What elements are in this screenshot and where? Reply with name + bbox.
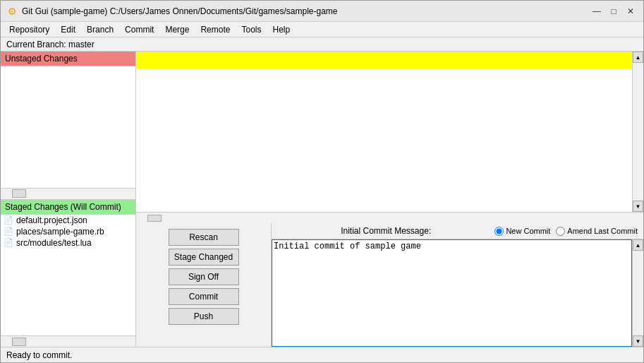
menu-tools[interactable]: Tools [236, 23, 267, 36]
title-bar: ⚙ Git Gui (sample-game) C:/Users/James O… [1, 1, 643, 22]
commit-scroll-up[interactable]: ▲ [633, 239, 643, 251]
unstaged-section: Unstaged Changes [1, 52, 135, 199]
radio-amend-commit-input[interactable] [556, 227, 565, 236]
unstaged-hscrollbar[interactable] [1, 188, 135, 199]
file-icon: 📄 [4, 238, 13, 247]
menu-repository[interactable]: Repository [4, 23, 55, 36]
branch-bar: Current Branch: master [1, 37, 643, 52]
file-name: places/sample-game.rb [16, 227, 104, 237]
unstaged-file-list[interactable] [1, 66, 135, 188]
menu-help[interactable]: Help [267, 23, 296, 36]
left-panel: Unstaged Changes Staged Changes (Will Co… [1, 52, 136, 347]
scroll-track [633, 63, 643, 201]
unstaged-header: Unstaged Changes [1, 52, 135, 66]
file-name: src/modules/test.lua [16, 238, 92, 248]
branch-label: Current Branch: [6, 40, 66, 49]
rescan-button[interactable]: Rescan [169, 229, 239, 246]
scroll-down-arrow[interactable]: ▼ [633, 201, 643, 212]
list-item[interactable]: 📄 default.project.json [1, 215, 135, 226]
status-text: Ready to commit. [6, 350, 72, 360]
bottom-section: Rescan Stage Changed Sign Off Commit Pus… [136, 223, 643, 347]
close-button[interactable]: ✕ [624, 4, 638, 18]
staged-header: Staged Changes (Will Commit) [1, 200, 135, 215]
commit-vscrollbar[interactable]: ▲ ▼ [632, 239, 643, 347]
diff-hscrollbar[interactable] [136, 212, 643, 223]
minimize-button[interactable]: — [590, 4, 604, 18]
push-button[interactable]: Push [169, 308, 239, 325]
commit-area: Initial Commit Message: New Commit Amend… [272, 223, 643, 347]
radio-new-commit-label: New Commit [506, 227, 550, 235]
status-bar: Ready to commit. [1, 347, 643, 362]
menu-bar: Repository Edit Branch Commit Merge Remo… [1, 22, 643, 37]
list-item[interactable]: 📄 src/modules/test.lua [1, 237, 135, 249]
action-buttons-panel: Rescan Stage Changed Sign Off Commit Pus… [136, 223, 272, 347]
commit-header: Initial Commit Message: New Commit Amend… [272, 223, 643, 239]
sign-off-button[interactable]: Sign Off [169, 268, 239, 285]
diff-area-wrapper: ▲ ▼ [136, 52, 643, 212]
right-panel: ▲ ▼ Rescan Stage Changed Sign Off Commit… [136, 52, 643, 347]
diff-area[interactable] [136, 52, 632, 212]
radio-new-commit[interactable]: New Commit [494, 227, 550, 236]
commit-header-label: Initial Commit Message: [277, 226, 494, 236]
radio-amend-commit[interactable]: Amend Last Commit [556, 227, 638, 236]
main-window: ⚙ Git Gui (sample-game) C:/Users/James O… [0, 0, 644, 363]
radio-group: New Commit Amend Last Commit [494, 227, 638, 236]
file-name: default.project.json [16, 215, 87, 225]
list-item[interactable]: 📄 places/sample-game.rb [1, 226, 135, 237]
app-icon: ⚙ [6, 6, 18, 17]
commit-message-textarea[interactable] [272, 239, 632, 347]
menu-commit[interactable]: Commit [119, 23, 159, 36]
menu-merge[interactable]: Merge [159, 23, 195, 36]
commit-scroll-down[interactable]: ▼ [633, 335, 643, 347]
stage-changed-button[interactable]: Stage Changed [169, 249, 239, 266]
commit-message-wrapper: ▲ ▼ [272, 239, 643, 347]
radio-new-commit-input[interactable] [494, 227, 504, 236]
window-title: Git Gui (sample-game) C:/Users/James Onn… [22, 6, 590, 16]
menu-remote[interactable]: Remote [195, 23, 236, 36]
window-controls: — □ ✕ [590, 4, 638, 18]
menu-edit[interactable]: Edit [55, 23, 81, 36]
file-icon: 📄 [4, 227, 13, 236]
menu-branch[interactable]: Branch [81, 23, 119, 36]
file-icon: 📄 [4, 215, 13, 225]
diff-content [136, 69, 632, 212]
staged-hscrollbar[interactable] [1, 335, 135, 347]
radio-amend-commit-label: Amend Last Commit [567, 227, 638, 235]
staged-section: Staged Changes (Will Commit) 📄 default.p… [1, 200, 135, 347]
maximize-button[interactable]: □ [607, 4, 621, 18]
commit-button[interactable]: Commit [169, 288, 239, 305]
scroll-up-arrow[interactable]: ▲ [633, 52, 643, 63]
diff-vscrollbar[interactable]: ▲ ▼ [632, 52, 643, 212]
main-content: Unstaged Changes Staged Changes (Will Co… [1, 52, 643, 347]
commit-scroll-track [633, 251, 643, 335]
branch-name: master [68, 40, 95, 49]
staged-file-list[interactable]: 📄 default.project.json 📄 places/sample-g… [1, 215, 135, 336]
